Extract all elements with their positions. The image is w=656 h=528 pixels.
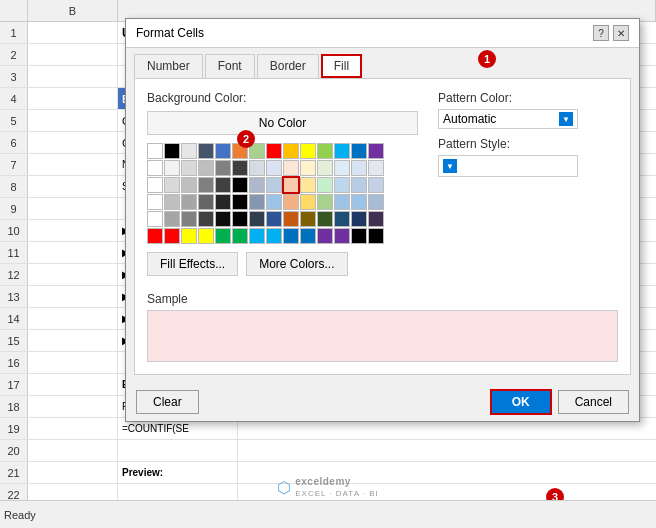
color-cell[interactable] bbox=[283, 177, 299, 193]
color-cell[interactable] bbox=[368, 211, 384, 227]
color-cell[interactable] bbox=[249, 177, 265, 193]
color-cell[interactable] bbox=[181, 143, 197, 159]
color-cell[interactable] bbox=[266, 211, 282, 227]
color-cell[interactable] bbox=[266, 194, 282, 210]
color-cell[interactable] bbox=[147, 194, 163, 210]
color-cell[interactable] bbox=[351, 143, 367, 159]
help-button[interactable]: ? bbox=[593, 25, 609, 41]
color-cell[interactable] bbox=[283, 228, 299, 244]
color-cell[interactable] bbox=[164, 228, 180, 244]
color-cell[interactable] bbox=[266, 160, 282, 176]
clear-button[interactable]: Clear bbox=[136, 390, 199, 414]
color-cell[interactable] bbox=[317, 228, 333, 244]
color-cell[interactable] bbox=[334, 160, 350, 176]
tab-fill[interactable]: Fill bbox=[321, 54, 362, 78]
color-cell[interactable] bbox=[232, 160, 248, 176]
col-header-a bbox=[0, 0, 28, 21]
color-cell[interactable] bbox=[300, 228, 316, 244]
color-cell[interactable] bbox=[334, 143, 350, 159]
color-cell[interactable] bbox=[351, 177, 367, 193]
color-cell[interactable] bbox=[164, 177, 180, 193]
color-cell[interactable] bbox=[198, 194, 214, 210]
pattern-style-dropdown[interactable]: ▼ bbox=[438, 155, 578, 177]
close-button[interactable]: ✕ bbox=[613, 25, 629, 41]
color-cell[interactable] bbox=[215, 194, 231, 210]
tab-number[interactable]: Number bbox=[134, 54, 203, 78]
color-cell[interactable] bbox=[232, 211, 248, 227]
color-cell[interactable] bbox=[147, 228, 163, 244]
color-cell[interactable] bbox=[215, 177, 231, 193]
color-cell[interactable] bbox=[351, 211, 367, 227]
color-cell[interactable] bbox=[215, 211, 231, 227]
color-cell[interactable] bbox=[351, 194, 367, 210]
color-cell[interactable] bbox=[164, 211, 180, 227]
color-cell[interactable] bbox=[283, 143, 299, 159]
color-cell[interactable] bbox=[198, 143, 214, 159]
color-cell[interactable] bbox=[300, 194, 316, 210]
color-cell[interactable] bbox=[351, 160, 367, 176]
color-cell[interactable] bbox=[334, 194, 350, 210]
color-cell[interactable] bbox=[334, 177, 350, 193]
color-cell[interactable] bbox=[147, 160, 163, 176]
color-cell[interactable] bbox=[300, 211, 316, 227]
color-cell[interactable] bbox=[181, 160, 197, 176]
color-cell[interactable] bbox=[181, 228, 197, 244]
color-cell[interactable] bbox=[300, 160, 316, 176]
color-cell[interactable] bbox=[147, 211, 163, 227]
color-cell[interactable] bbox=[147, 177, 163, 193]
color-cell[interactable] bbox=[164, 194, 180, 210]
color-cell[interactable] bbox=[198, 177, 214, 193]
color-cell[interactable] bbox=[368, 228, 384, 244]
tab-border[interactable]: Border bbox=[257, 54, 319, 78]
color-cell[interactable] bbox=[266, 228, 282, 244]
color-cell[interactable] bbox=[283, 160, 299, 176]
color-cell[interactable] bbox=[334, 228, 350, 244]
color-cell[interactable] bbox=[164, 160, 180, 176]
color-cell[interactable] bbox=[198, 228, 214, 244]
pattern-style-arrow-icon[interactable]: ▼ bbox=[443, 159, 457, 173]
more-colors-button[interactable]: More Colors... bbox=[246, 252, 347, 276]
color-cell[interactable] bbox=[249, 160, 265, 176]
color-cell[interactable] bbox=[266, 177, 282, 193]
color-cell[interactable] bbox=[215, 228, 231, 244]
color-cell[interactable] bbox=[232, 228, 248, 244]
color-cell[interactable] bbox=[215, 143, 231, 159]
color-cell[interactable] bbox=[249, 194, 265, 210]
color-cell[interactable] bbox=[334, 211, 350, 227]
color-cell[interactable] bbox=[249, 211, 265, 227]
color-cell[interactable] bbox=[198, 160, 214, 176]
color-cell[interactable] bbox=[283, 194, 299, 210]
color-cell[interactable] bbox=[368, 194, 384, 210]
tab-font[interactable]: Font bbox=[205, 54, 255, 78]
color-cell[interactable] bbox=[368, 177, 384, 193]
pattern-color-dropdown[interactable]: Automatic ▼ bbox=[438, 109, 578, 129]
color-cell[interactable] bbox=[147, 143, 163, 159]
color-cell[interactable] bbox=[351, 228, 367, 244]
color-cell[interactable] bbox=[317, 211, 333, 227]
sample-section: Sample bbox=[147, 292, 618, 362]
color-cell[interactable] bbox=[181, 194, 197, 210]
color-cell[interactable] bbox=[198, 211, 214, 227]
color-cell[interactable] bbox=[317, 194, 333, 210]
no-color-button[interactable]: No Color bbox=[147, 111, 418, 135]
color-cell[interactable] bbox=[300, 177, 316, 193]
cancel-button[interactable]: Cancel bbox=[558, 390, 629, 414]
color-cell[interactable] bbox=[232, 177, 248, 193]
color-cell[interactable] bbox=[232, 194, 248, 210]
color-cell[interactable] bbox=[164, 143, 180, 159]
color-cell[interactable] bbox=[317, 177, 333, 193]
color-cell[interactable] bbox=[249, 228, 265, 244]
color-cell[interactable] bbox=[300, 143, 316, 159]
color-cell[interactable] bbox=[215, 160, 231, 176]
color-cell[interactable] bbox=[181, 211, 197, 227]
fill-effects-button[interactable]: Fill Effects... bbox=[147, 252, 238, 276]
color-cell[interactable] bbox=[266, 143, 282, 159]
ok-button[interactable]: OK bbox=[490, 389, 552, 415]
color-cell[interactable] bbox=[317, 160, 333, 176]
color-cell[interactable] bbox=[368, 143, 384, 159]
color-cell[interactable] bbox=[283, 211, 299, 227]
color-cell[interactable] bbox=[368, 160, 384, 176]
pattern-color-arrow-icon[interactable]: ▼ bbox=[559, 112, 573, 126]
color-cell[interactable] bbox=[181, 177, 197, 193]
color-cell[interactable] bbox=[317, 143, 333, 159]
